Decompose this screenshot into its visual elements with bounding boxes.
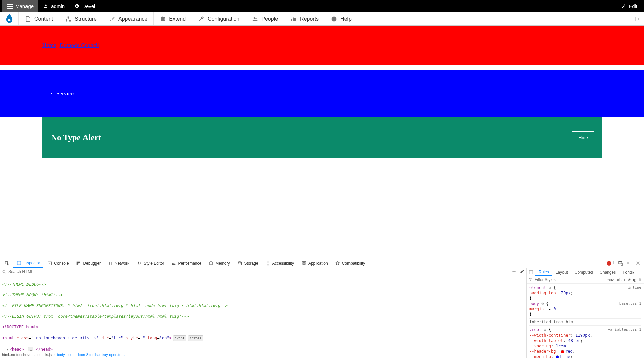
admin-label: Help bbox=[340, 16, 352, 22]
responsive-mode-icon[interactable] bbox=[618, 261, 623, 266]
svg-rect-22 bbox=[304, 264, 306, 265]
browser-devtools: Inspector Console Debugger Network Style… bbox=[0, 258, 644, 358]
admin-configuration[interactable]: Configuration bbox=[192, 12, 246, 25]
drupal-home-link[interactable] bbox=[0, 12, 19, 25]
filter-styles-input[interactable] bbox=[535, 277, 605, 282]
more-options-icon[interactable]: ⋯ bbox=[627, 261, 632, 266]
svg-rect-19 bbox=[302, 261, 304, 263]
print-media-icon[interactable]: 🗎 bbox=[638, 278, 642, 282]
alert-hide-button[interactable]: Hide bbox=[572, 131, 594, 144]
svg-rect-3 bbox=[66, 20, 68, 21]
tab-inspector[interactable]: Inspector bbox=[13, 258, 43, 268]
admin-appearance[interactable]: Appearance bbox=[103, 12, 154, 25]
drupal-icon bbox=[5, 14, 14, 24]
admin-label: Structure bbox=[75, 16, 97, 22]
rtab-fonts[interactable]: Fonts ▾ bbox=[619, 268, 638, 276]
cls-toggle[interactable]: .cls bbox=[616, 278, 622, 282]
drupal-top-toolbar: Manage admin Devel Edit bbox=[0, 0, 644, 12]
svg-rect-16 bbox=[210, 262, 212, 264]
admin-label: Extend bbox=[169, 16, 186, 22]
svg-rect-7 bbox=[291, 19, 292, 21]
styles-filter-bar: :hov .cls + ☀ ◐ 🗎 bbox=[527, 276, 644, 284]
bar-chart-icon bbox=[290, 16, 297, 22]
svg-rect-8 bbox=[293, 17, 294, 21]
admin-people[interactable]: People bbox=[246, 12, 284, 25]
hov-toggle[interactable]: :hov bbox=[607, 278, 614, 282]
admin-help[interactable]: Help bbox=[325, 12, 358, 25]
admin-label: Appearance bbox=[118, 16, 147, 22]
admin-label: Reports bbox=[300, 16, 319, 22]
nav-list: Services bbox=[56, 90, 644, 97]
admin-extend[interactable]: Extend bbox=[154, 12, 192, 25]
svg-point-17 bbox=[238, 261, 241, 263]
devtools-right-controls: !1 ⋯ bbox=[607, 261, 643, 266]
tab-network[interactable]: Network bbox=[105, 258, 133, 268]
gear-icon bbox=[74, 4, 79, 9]
devel-menu[interactable]: Devel bbox=[69, 0, 100, 12]
toolbar-orientation-toggle[interactable] bbox=[631, 12, 644, 25]
tab-storage[interactable]: Storage bbox=[234, 258, 262, 268]
rtab-computed[interactable]: Computed bbox=[571, 268, 596, 276]
tab-application[interactable]: Application bbox=[298, 258, 331, 268]
eyedropper-icon[interactable] bbox=[520, 269, 524, 274]
edit-label: Edit bbox=[629, 3, 637, 9]
toolbar-right-group: Edit bbox=[616, 0, 642, 12]
styles-tab-bar: Rules Layout Computed Changes Fonts ▾ bbox=[527, 268, 644, 276]
add-rule-icon[interactable]: + bbox=[624, 278, 626, 282]
alert-title: No Type Alert bbox=[51, 133, 101, 142]
svg-point-18 bbox=[267, 261, 268, 262]
admin-label: People bbox=[261, 16, 278, 22]
error-indicator[interactable]: !1 bbox=[607, 261, 614, 266]
admin-reports[interactable]: Reports bbox=[284, 12, 325, 25]
svg-point-25 bbox=[3, 270, 5, 273]
tab-performance[interactable]: Performance bbox=[168, 258, 205, 268]
manage-toggle[interactable]: Manage bbox=[2, 0, 38, 12]
dark-scheme-icon[interactable]: ◐ bbox=[633, 278, 636, 282]
edit-toggle[interactable]: Edit bbox=[616, 0, 642, 12]
css-rules-list[interactable]: element ⚙ {inline padding-top: 79px; } b… bbox=[527, 284, 644, 358]
close-icon[interactable] bbox=[635, 261, 641, 266]
add-node-icon[interactable] bbox=[512, 269, 516, 274]
svg-point-1 bbox=[8, 19, 10, 21]
manage-label: Manage bbox=[15, 3, 34, 9]
svg-rect-14 bbox=[18, 262, 20, 264]
layout-toggle-icon[interactable] bbox=[529, 270, 533, 275]
alert-banner: No Type Alert Hide bbox=[42, 117, 602, 158]
svg-rect-21 bbox=[302, 264, 304, 265]
tab-console[interactable]: Console bbox=[44, 258, 72, 268]
admin-structure[interactable]: Structure bbox=[59, 12, 103, 25]
dom-breadcrumb[interactable]: html..no-touchevents.details.js › body.t… bbox=[0, 351, 526, 358]
pencil-icon bbox=[621, 4, 626, 9]
tab-accessibility[interactable]: Accessibility bbox=[262, 258, 298, 268]
svg-rect-13 bbox=[17, 261, 21, 265]
tab-debugger[interactable]: Debugger bbox=[73, 258, 104, 268]
site-header-region: Home Drunode Council bbox=[0, 26, 644, 65]
breadcrumb-body[interactable]: body.toolbar-icon-8.toolbar-tray-open.to… bbox=[57, 353, 125, 357]
home-link[interactable]: Home bbox=[42, 42, 56, 48]
element-picker-button[interactable] bbox=[1, 258, 13, 268]
tab-compatibility[interactable]: Compatibility bbox=[332, 258, 369, 268]
svg-rect-9 bbox=[294, 18, 296, 21]
breadcrumb-html[interactable]: html..no-touchevents.details.js bbox=[2, 353, 52, 357]
light-scheme-icon[interactable]: ☀ bbox=[628, 278, 631, 282]
site-title-link[interactable]: Drunode Council bbox=[59, 42, 99, 48]
svg-rect-2 bbox=[68, 16, 69, 18]
toolbar-left-group: Manage admin Devel bbox=[2, 0, 100, 12]
user-menu[interactable]: admin bbox=[38, 0, 69, 12]
dom-tree[interactable]: <!--THEME DEBUG--> <!--THEME HOOK: 'html… bbox=[0, 275, 526, 351]
rtab-rules[interactable]: Rules bbox=[535, 268, 552, 276]
rtab-changes[interactable]: Changes bbox=[596, 268, 619, 276]
devel-label: Devel bbox=[82, 3, 95, 9]
orientation-icon bbox=[635, 16, 641, 22]
html-search-input[interactable] bbox=[8, 269, 509, 274]
tab-style-editor[interactable]: Style Editor bbox=[133, 258, 167, 268]
svg-rect-20 bbox=[304, 261, 306, 263]
filter-icon bbox=[529, 278, 533, 282]
rtab-layout[interactable]: Layout bbox=[552, 268, 571, 276]
tab-memory[interactable]: Memory bbox=[205, 258, 233, 268]
svg-point-0 bbox=[45, 4, 47, 6]
markup-panel: <!--THEME DEBUG--> <!--THEME HOOK: 'html… bbox=[0, 268, 527, 358]
admin-content[interactable]: Content bbox=[19, 12, 59, 25]
nav-link-services[interactable]: Services bbox=[56, 90, 76, 97]
question-icon bbox=[331, 16, 337, 22]
